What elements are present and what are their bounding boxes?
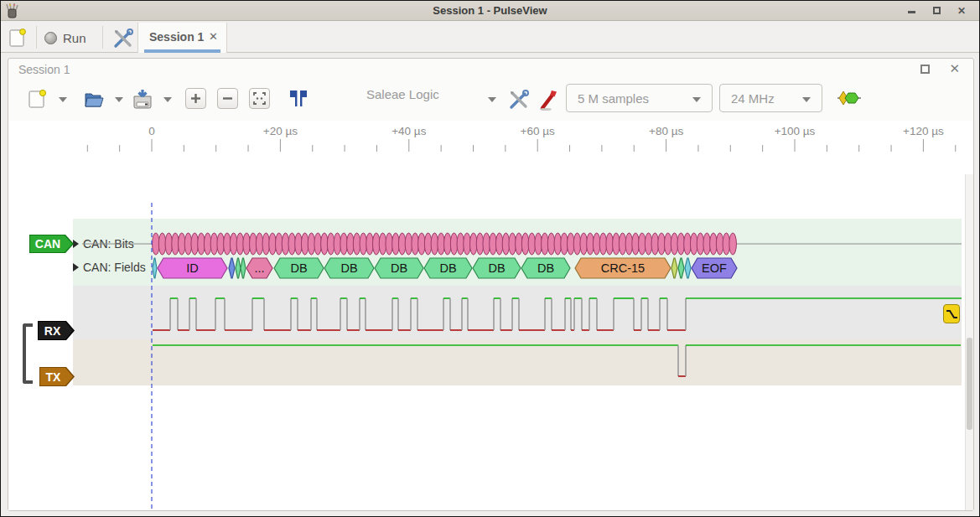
- new-session-button[interactable]: [8, 27, 29, 49]
- open-folder-icon: [83, 88, 105, 110]
- row-label-can-fields[interactable]: CAN: Fields: [83, 261, 146, 274]
- decoder-tag-can[interactable]: CAN: [29, 235, 74, 253]
- sample-count-combo[interactable]: 5 M samples: [566, 84, 713, 112]
- toolbar-separator: [36, 26, 37, 49]
- zoom-out-button[interactable]: [217, 88, 238, 109]
- rx-band: [73, 286, 962, 339]
- show-decoders-button[interactable]: [287, 88, 309, 110]
- zoom-in-icon: [186, 89, 205, 108]
- device-name: Saleae Logic: [366, 87, 439, 101]
- trigger-marker-falling-edge[interactable]: [943, 304, 960, 323]
- ruler-label: +40 µs: [391, 125, 426, 137]
- decoder-band: [73, 219, 962, 286]
- maximize-button[interactable]: [931, 5, 942, 17]
- new-file-icon: [27, 88, 47, 110]
- ruler-label: +60 µs: [521, 125, 555, 137]
- session-panel: Session 1 ✕: [8, 58, 974, 511]
- expand-arrow-bits[interactable]: [73, 240, 79, 248]
- time-ruler: 0+20 µs+40 µs+60 µs+80 µs+100 µs+120 µs: [8, 121, 973, 146]
- wrench-screwdriver-icon: [111, 27, 135, 50]
- panel-title: Session 1: [18, 63, 70, 76]
- zoom-fit-icon: [250, 89, 269, 108]
- ruler-label: +120 µs: [903, 125, 944, 137]
- ruler-label: 0: [148, 125, 155, 137]
- wrench-screwdriver-icon: [507, 88, 531, 111]
- vertical-scrollbar[interactable]: [965, 174, 973, 510]
- ruler-label: +80 µs: [649, 125, 683, 137]
- pulseview-window: Session 1 - PulseView ✕ Run Se: [0, 0, 980, 517]
- row-label-can-bits[interactable]: CAN: Bits: [83, 237, 134, 251]
- channels-button[interactable]: [537, 88, 559, 110]
- zoom-out-icon: [218, 89, 237, 108]
- add-decoder-icon: [837, 88, 862, 108]
- probe-icon: [537, 88, 560, 111]
- sample-count-value: 5 M samples: [578, 91, 649, 106]
- device-config-button[interactable]: [507, 88, 529, 110]
- new-file-icon: [8, 27, 28, 49]
- tab-session-1[interactable]: Session 1 ✕: [137, 23, 227, 53]
- panel-float-button[interactable]: [920, 65, 930, 74]
- trace-view[interactable]: 0+20 µs+40 µs+60 µs+80 µs+100 µs+120 µs …: [8, 121, 973, 510]
- sample-rate-arrow: [802, 97, 811, 102]
- run-label: Run: [63, 31, 86, 45]
- channel-tag-tx[interactable]: TX: [39, 367, 75, 386]
- tx-band: [73, 339, 962, 385]
- channel-group-bracket: [23, 323, 33, 384]
- minimize-button[interactable]: [905, 5, 917, 17]
- panel-close-button[interactable]: ✕: [949, 61, 960, 76]
- open-dropdown-arrow[interactable]: [115, 97, 123, 102]
- zoom-in-button[interactable]: [185, 88, 206, 109]
- run-button[interactable]: Run: [44, 27, 86, 49]
- main-toolbar: Run Session 1 ✕: [1, 22, 979, 53]
- ruler-label: +20 µs: [263, 125, 298, 137]
- flags-icon: [287, 88, 309, 110]
- zoom-fit-button[interactable]: [249, 88, 270, 109]
- close-button[interactable]: ✕: [956, 5, 967, 17]
- ruler-label: +100 µs: [775, 125, 816, 137]
- window-title: Session 1 - PulseView: [1, 4, 979, 17]
- titlebar: Session 1 - PulseView ✕: [1, 1, 979, 21]
- tab-label: Session 1: [149, 30, 204, 44]
- tab-close-icon[interactable]: ✕: [209, 30, 218, 43]
- new-file-dropdown-arrow[interactable]: [59, 97, 67, 102]
- save-icon: [132, 88, 153, 110]
- vertical-scrollbar-thumb[interactable]: [967, 338, 972, 430]
- save-dropdown-arrow[interactable]: [163, 97, 172, 102]
- session-toolbar: Saleae Logic 5 M samples: [8, 80, 973, 121]
- channel-tag-rx[interactable]: RX: [38, 321, 75, 340]
- sample-rate-combo[interactable]: 24 MHz: [719, 84, 822, 112]
- active-tab-indicator: [144, 49, 220, 53]
- sample-count-arrow: [692, 97, 701, 102]
- add-decoder-button[interactable]: [837, 88, 858, 110]
- open-button[interactable]: [83, 88, 105, 110]
- device-dropdown-arrow[interactable]: [488, 97, 496, 102]
- expand-arrow-fields[interactable]: [73, 263, 79, 271]
- run-state-icon: [44, 32, 57, 44]
- sample-rate-value: 24 MHz: [731, 91, 775, 106]
- toolbar-separator: [102, 26, 103, 49]
- new-file-button[interactable]: [27, 88, 49, 110]
- save-button[interactable]: [132, 88, 153, 110]
- settings-button[interactable]: [111, 27, 135, 50]
- device-select[interactable]: Saleae Logic: [366, 87, 439, 102]
